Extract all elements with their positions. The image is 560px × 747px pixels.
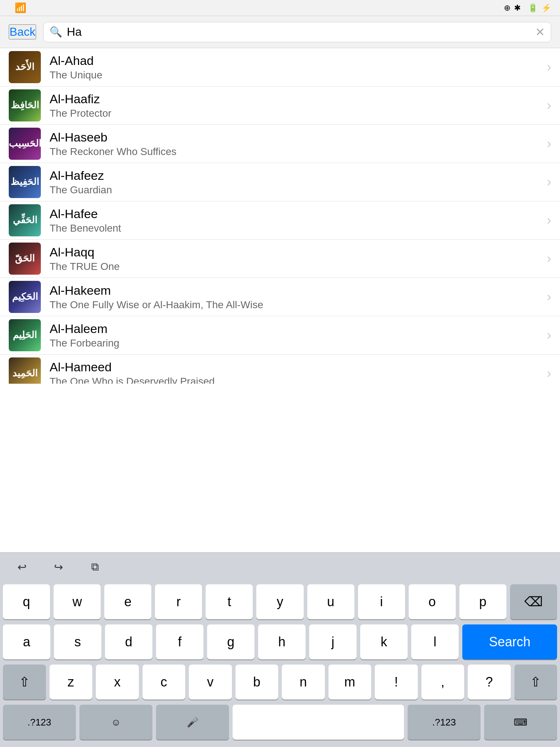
clipboard-button[interactable]: ⧉ <box>80 556 109 578</box>
status-bar: 📶 ⊕ ✱ 🔋 ⚡ <box>0 0 560 16</box>
redo-button[interactable]: ↪ <box>44 556 73 578</box>
key-v[interactable]: v <box>189 665 232 700</box>
key-question[interactable]: ? <box>468 665 511 700</box>
undo-button[interactable]: ↩ <box>7 556 36 578</box>
item-text: Al-Haseeb The Reckoner Who Suffices <box>50 130 542 158</box>
list-item[interactable]: الحَسِيب Al-Haseeb The Reckoner Who Suff… <box>0 125 560 163</box>
item-name: Al-Haqq <box>50 245 542 259</box>
key-q[interactable]: q <box>3 584 50 619</box>
key-h[interactable]: h <box>258 624 306 659</box>
key-n[interactable]: n <box>282 665 325 700</box>
numbers-key-left[interactable]: .?123 <box>3 705 76 740</box>
item-desc: The One Fully Wise or Al-Haakim, The All… <box>50 299 542 311</box>
key-r[interactable]: r <box>155 584 202 619</box>
item-desc: The Protector <box>50 108 542 119</box>
item-thumbnail: الحَفِيظ <box>9 166 41 198</box>
item-desc: The Guardian <box>50 184 542 196</box>
search-input[interactable] <box>67 25 535 39</box>
emoji-key[interactable]: ☺ <box>79 705 152 740</box>
chevron-right-icon: › <box>547 136 551 151</box>
key-a[interactable]: a <box>3 624 50 659</box>
key-k[interactable]: k <box>360 624 408 659</box>
key-s[interactable]: s <box>54 624 101 659</box>
list-item[interactable]: الحَقّ Al-Haqq The TRUE One › <box>0 240 560 278</box>
keyboard-rows: q w e r t y u i o p ⌫ a s d f g h j k l … <box>0 581 560 740</box>
item-desc: The Unique <box>50 69 542 81</box>
item-thumbnail: الأَحَد <box>9 51 41 83</box>
item-desc: The One Who is Deservedly Praised <box>50 376 542 384</box>
item-text: Al-Haqq The TRUE One <box>50 245 542 272</box>
item-thumbnail: الحَفِّي <box>9 204 41 236</box>
item-name: Al-Haseeb <box>50 130 542 144</box>
search-button[interactable]: Search <box>462 624 557 659</box>
item-name: Al-Haleem <box>50 322 542 336</box>
item-thumbnail: الحَافِظ <box>9 89 41 121</box>
delete-key[interactable]: ⌫ <box>510 584 557 619</box>
key-x[interactable]: x <box>96 665 139 700</box>
list-item[interactable]: الأَحَد Al-Ahad The Unique › <box>0 48 560 86</box>
key-i[interactable]: i <box>358 584 405 619</box>
wifi-icon: 📶 <box>15 2 26 13</box>
chevron-right-icon: › <box>547 59 551 75</box>
key-w[interactable]: w <box>54 584 101 619</box>
item-text: Al-Haleem The Forbearing <box>50 322 542 349</box>
keyboard-dismiss-key[interactable]: ⌨ <box>484 705 557 740</box>
key-f[interactable]: f <box>156 624 203 659</box>
key-b[interactable]: b <box>236 665 279 700</box>
item-thumbnail: الحَلِيم <box>9 319 41 351</box>
list-item[interactable]: الحَفِّي Al-Hafee The Benevolent › <box>0 201 560 240</box>
item-name: Al-Ahad <box>50 54 542 68</box>
shift-key[interactable]: ⇧ <box>3 665 46 700</box>
key-comma[interactable]: , <box>421 665 464 700</box>
key-m[interactable]: m <box>328 665 372 700</box>
item-text: Al-Haafiz The Protector <box>50 92 542 119</box>
key-y[interactable]: y <box>256 584 303 619</box>
key-e[interactable]: e <box>104 584 151 619</box>
key-j[interactable]: j <box>309 624 357 659</box>
item-desc: The Reckoner Who Suffices <box>50 146 542 158</box>
item-desc: The Benevolent <box>50 222 542 234</box>
list-item[interactable]: الحَلِيم Al-Haleem The Forbearing › <box>0 316 560 355</box>
item-text: Al-Hafeez The Guardian <box>50 169 542 196</box>
item-text: Al-Hakeem The One Fully Wise or Al-Haaki… <box>50 283 542 311</box>
item-text: Al-Ahad The Unique <box>50 54 542 81</box>
list-item[interactable]: الحَمِيد Al-Hameed The One Who is Deserv… <box>0 355 560 384</box>
key-c[interactable]: c <box>143 665 186 700</box>
status-left: 📶 <box>9 2 26 13</box>
item-name: Al-Hameed <box>50 360 542 374</box>
key-g[interactable]: g <box>207 624 254 659</box>
chevron-right-icon: › <box>547 366 551 381</box>
chevron-right-icon: › <box>547 251 551 266</box>
key-d[interactable]: d <box>105 624 152 659</box>
item-text: Al-Hafee The Benevolent <box>50 207 542 234</box>
back-button[interactable]: Back <box>9 24 36 39</box>
key-row-2: a s d f g h j k l Search <box>3 624 557 659</box>
chevron-right-icon: › <box>547 174 551 190</box>
key-o[interactable]: o <box>409 584 456 619</box>
key-l[interactable]: l <box>411 624 459 659</box>
item-name: Al-Hafee <box>50 207 542 221</box>
chevron-right-icon: › <box>547 328 551 343</box>
space-key[interactable] <box>233 705 404 740</box>
clear-icon[interactable]: ✕ <box>535 25 545 39</box>
shift-key-right[interactable]: ⇧ <box>514 665 557 700</box>
key-u[interactable]: u <box>307 584 354 619</box>
key-exclaim[interactable]: ! <box>375 665 418 700</box>
key-t[interactable]: t <box>206 584 253 619</box>
mic-key[interactable]: 🎤 <box>156 705 229 740</box>
item-thumbnail: الحَكِيم <box>9 281 41 313</box>
location-icon: ⊕ <box>504 3 510 13</box>
list-area: الأَحَد Al-Ahad The Unique › الحَافِظ Al… <box>0 48 560 384</box>
key-p[interactable]: p <box>459 584 506 619</box>
item-name: Al-Haafiz <box>50 92 542 106</box>
key-z[interactable]: z <box>50 665 93 700</box>
chevron-right-icon: › <box>547 289 551 305</box>
item-thumbnail: الحَقّ <box>9 243 41 275</box>
numbers-key-right[interactable]: .?123 <box>408 705 481 740</box>
list-item[interactable]: الحَافِظ Al-Haafiz The Protector › <box>0 86 560 125</box>
list-item[interactable]: الحَكِيم Al-Hakeem The One Fully Wise or… <box>0 278 560 316</box>
list-item[interactable]: الحَفِيظ Al-Hafeez The Guardian › <box>0 163 560 201</box>
key-row-bottom: .?123 ☺ 🎤 .?123 ⌨ <box>3 705 557 740</box>
item-name: Al-Hakeem <box>50 283 542 298</box>
chevron-right-icon: › <box>547 98 551 113</box>
